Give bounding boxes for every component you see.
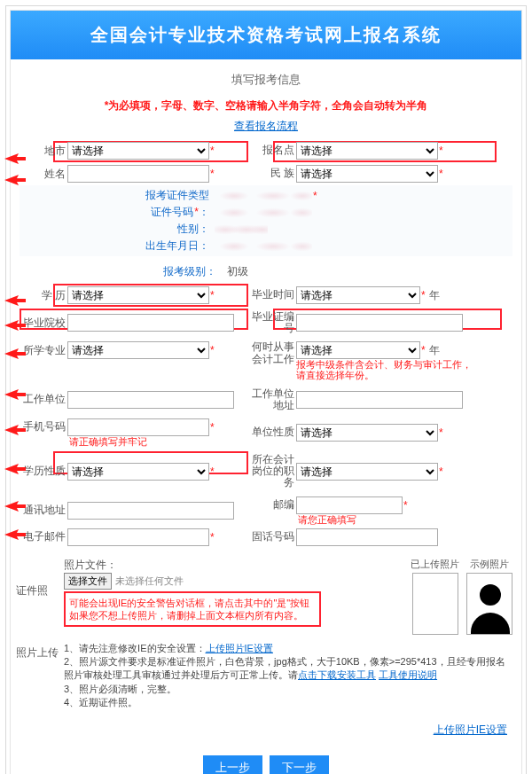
- page-title: 全国会计专业技术资格考试网上报名系统: [11, 23, 521, 47]
- unitnature-label: 单位性质: [243, 426, 296, 438]
- workunit-label: 工作单位: [20, 392, 67, 407]
- gradtime-label: 毕业时间: [243, 289, 296, 301]
- major-label: 所学专业: [20, 343, 67, 358]
- birth-label: 出生年月日：: [20, 238, 215, 254]
- workwhen-hint: 报考中级条件含会计、财务与审计工作，请直接选择年份。: [296, 359, 473, 380]
- photo-instructions: 证件照 照片上传 1、请先注意修改IE的安全设置：上传照片IE设置 2、照片源文…: [11, 640, 521, 715]
- edunature-label: 学历性质: [20, 464, 67, 479]
- required-note: *为必填项，字母、数字、空格请输入半角字符，全角会自动转为半角: [11, 95, 521, 117]
- birth-blur: [215, 239, 312, 254]
- edu-label: 学 历: [20, 288, 67, 303]
- prev-button[interactable]: 上一步: [203, 755, 262, 774]
- cert-type-blur: [215, 189, 312, 203]
- workaddr-label: 工作单位地址: [243, 388, 296, 411]
- cert-type-label: 报考证件类型: [20, 188, 215, 203]
- email-label: 电子邮件: [20, 529, 67, 544]
- point-label: 报名点: [243, 145, 296, 156]
- section-title: 填写报考信息: [11, 59, 521, 95]
- phone-hint: 请正确填写并牢记: [20, 436, 147, 447]
- edu-select[interactable]: 请选择: [67, 286, 209, 304]
- zip-input[interactable]: [296, 496, 403, 514]
- major-select[interactable]: 请选择: [67, 341, 209, 359]
- photo-file-label: 照片文件：: [64, 558, 321, 573]
- gradcert-label: 毕业证编号: [243, 311, 296, 334]
- gradtime-select[interactable]: 请选择: [296, 286, 420, 304]
- photo-warning-box: 可能会出现IE的安全警告对话框，请点击其中的"是"按钮 如果您不想上传照片，请删…: [64, 591, 321, 628]
- name-input[interactable]: [67, 165, 209, 183]
- gender-label: 性别：: [20, 222, 215, 237]
- tel-input[interactable]: [296, 528, 438, 546]
- city-select[interactable]: 请选择: [67, 142, 209, 160]
- photo-upload-label: 照片上传: [16, 645, 59, 661]
- cert-no-blur: [215, 206, 312, 220]
- nation-label: 民 族: [243, 168, 296, 179]
- phone-label: 手机号码: [20, 419, 67, 434]
- point-select[interactable]: 请选择: [296, 142, 438, 160]
- phone-input[interactable]: [67, 418, 209, 436]
- addr-input[interactable]: [67, 502, 234, 520]
- workunit-input[interactable]: [67, 391, 234, 409]
- choose-file-button[interactable]: 选择文件: [64, 573, 112, 590]
- ie-settings-link-1[interactable]: 上传照片IE设置: [206, 643, 273, 653]
- gender-blur: [215, 223, 268, 237]
- name-label: 姓名: [20, 167, 67, 182]
- city-label: 地市: [20, 144, 67, 159]
- workaddr-input[interactable]: [296, 391, 463, 409]
- download-tool-link[interactable]: 点击下载安装工具: [298, 669, 376, 680]
- gradcert-input[interactable]: [296, 314, 463, 332]
- tel-label: 固话号码: [243, 531, 296, 543]
- cert-photo-label: 证件照: [16, 583, 59, 598]
- next-button[interactable]: 下一步: [270, 755, 329, 774]
- cert-no-label: 证件号码*：: [20, 205, 215, 220]
- level-value: 初级: [222, 264, 248, 279]
- addr-label: 通讯地址: [20, 503, 67, 518]
- workwhen-select[interactable]: 请选择: [296, 341, 420, 359]
- sample-photo-title: 示例照片: [470, 558, 509, 573]
- sample-photo-avatar: [466, 573, 512, 635]
- file-status: 未选择任何文件: [115, 575, 184, 588]
- workwhen-label: 何时从事会计工作: [243, 341, 296, 364]
- unitnature-select[interactable]: 请选择: [296, 424, 438, 442]
- email-input[interactable]: [67, 528, 209, 546]
- page-header: 全国会计专业技术资格考试网上报名系统: [11, 11, 521, 59]
- acctpost-select[interactable]: 请选择: [296, 463, 438, 481]
- gradschool-label: 毕业院校: [20, 316, 67, 331]
- uploaded-photo-frame: [412, 573, 458, 635]
- zip-hint: 请您正确填写: [243, 514, 493, 525]
- tool-manual-link[interactable]: 工具使用说明: [379, 669, 437, 680]
- gradschool-input[interactable]: [67, 314, 234, 332]
- uploaded-photo-title: 已上传照片: [411, 558, 459, 573]
- ie-settings-link-2[interactable]: 上传照片IE设置: [434, 723, 507, 736]
- edunature-select[interactable]: 请选择: [67, 463, 209, 481]
- view-flow-link[interactable]: 查看报名流程: [234, 120, 298, 132]
- acctpost-label: 所在会计岗位的职务: [243, 454, 296, 489]
- level-label: 报考级别：: [20, 264, 222, 279]
- zip-label: 邮编: [243, 499, 296, 511]
- nation-select[interactable]: 请选择: [296, 165, 438, 183]
